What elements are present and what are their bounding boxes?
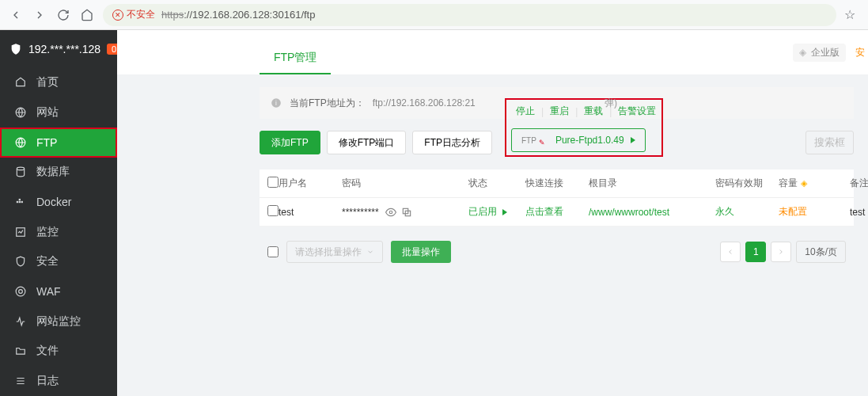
sidebar-item-security[interactable]: 安全 [0,247,117,277]
insecure-badge: ✕ 不安全 [112,8,155,21]
pass-mask: ********** [342,207,379,218]
server-header: 192.***.***.128 0 [0,30,117,68]
trailing-text: 弹) [605,97,617,110]
reload-button[interactable] [55,7,71,23]
globe-icon [14,106,27,119]
cell-status[interactable]: 已启用 [468,205,525,219]
page-size-label: 10条/页 [805,246,837,259]
error-icon: ✕ [112,10,123,21]
pager: 1 10条/页 [720,241,846,263]
cell-quick[interactable]: 点击查看 [525,205,589,219]
diamond-icon: ◈ [799,47,806,58]
sidebar-item-label: WAF [36,285,61,298]
safety-text: 安 [855,46,865,59]
diamond-icon: ◈ [801,178,807,188]
th-root: 根目录 [589,177,715,190]
sidebar-item-label: FTP [36,136,57,149]
toolbar: 添加FTP 修改FTP端口 FTP日志分析 停止 | 重启 | 重载 | 告警设… [260,128,854,157]
info-icon: i [271,97,282,109]
svg-point-8 [16,287,25,296]
folder-icon [14,345,27,357]
restart-link[interactable]: 重启 [550,105,569,118]
page-size-select[interactable]: 10条/页 [796,241,846,263]
play-icon [631,137,635,143]
ftp-table: 用户名 密码 状态 快速连接 根目录 密码有效期 容量 ◈ 备注 test [260,169,854,227]
th-user: 用户名 [279,177,342,190]
url-text: https://192.168.206.128:30161/ftp [161,9,315,21]
footer-checkbox[interactable] [267,246,279,257]
footer-row: 请选择批量操作 批量操作 1 10条/页 [260,241,854,263]
back-button[interactable] [8,7,24,23]
cell-pass: ********** [342,207,468,218]
header-checkbox[interactable] [267,177,279,188]
svg-point-9 [19,290,23,294]
change-port-button[interactable]: 修改FTP端口 [327,131,407,154]
sidebar-item-label: 网站监控 [36,314,81,329]
url-bar[interactable]: ✕ 不安全 https://192.168.206.128:30161/ftp [103,4,836,26]
content-area: i 当前FTP地址为： ftp://192.168.206.128:21 添加F… [117,74,868,263]
database-icon [14,166,27,178]
sidebar-item-monitor[interactable]: 监控 [0,217,117,247]
sidebar-item-label: 日志 [36,374,59,388]
cell-cap[interactable]: 未配置 [779,205,850,219]
row-checkbox[interactable] [267,205,279,216]
pager-prev[interactable] [720,242,741,262]
pager-page[interactable]: 1 [745,242,766,262]
sidebar-item-label: 首页 [36,75,59,89]
th-status: 状态 [468,177,525,190]
shield-icon [9,43,22,55]
wave-icon [14,315,27,328]
stop-link[interactable]: 停止 [516,105,535,118]
edition-pill[interactable]: ◈ 企业版 [793,44,846,62]
tab-ftp-manage[interactable]: FTP管理 [260,43,331,74]
svg-rect-5 [21,201,23,203]
cell-note: test [850,207,868,218]
sidebar-item-files[interactable]: 文件 [0,337,117,367]
sidebar-item-website[interactable]: 网站 [0,97,117,128]
cell-root[interactable]: /www/wwwroot/test [589,207,715,218]
add-ftp-button[interactable]: 添加FTP [260,131,320,154]
forward-button[interactable] [32,7,47,23]
sidebar-item-label: 文件 [36,344,59,358]
cell-expire: 永久 [715,205,779,219]
th-expire: 密码有效期 [715,177,779,190]
main-area: FTP管理 ◈ 企业版 安 i 当前FTP地址为： ftp://192.168.… [117,30,868,396]
sidebar-item-ftp[interactable]: FTP [0,128,117,158]
svg-point-2 [17,168,24,171]
tab-label: FTP管理 [274,51,316,65]
search-input[interactable]: 搜索框 [805,131,854,154]
ftp-url-label: 当前FTP地址为： [290,97,365,110]
bookmark-star-icon[interactable]: ☆ [844,7,860,22]
sidebar-item-label: 数据库 [36,165,70,179]
svg-rect-3 [17,201,18,203]
alarm-settings-link[interactable]: 告警设置 [618,105,656,118]
home-icon [14,76,27,89]
chart-icon [14,226,27,238]
batch-select[interactable]: 请选择批量操作 [286,241,383,263]
sidebar-item-docker[interactable]: Docker [0,187,117,217]
sidebar-item-database[interactable]: 数据库 [0,158,117,188]
th-note: 备注 [850,177,868,190]
chevron-down-icon [366,248,374,256]
version-label: Pure-Ftpd1.0.49 [555,135,624,146]
sidebar-item-home[interactable]: 首页 [0,68,117,98]
sidebar-item-logs[interactable]: 日志 [0,366,117,396]
sidebar-item-site-monitor[interactable]: 网站监控 [0,307,117,337]
reload-link[interactable]: 重载 [584,105,603,118]
server-ip: 192.***.***.128 [28,43,100,55]
version-button[interactable]: FTP ✎ Pure-Ftpd1.0.49 [511,128,646,152]
home-button[interactable] [79,7,95,23]
highlighted-group: 停止 | 重启 | 重载 | 告警设置 FTP ✎ Pure-Ftpd1.0.4… [505,98,663,157]
eye-icon[interactable] [385,207,396,218]
search-placeholder: 搜索框 [814,135,845,150]
pager-next[interactable] [771,242,791,262]
aperture-icon [14,285,27,298]
log-analyze-button[interactable]: FTP日志分析 [412,131,492,154]
sidebar-item-waf[interactable]: WAF [0,276,117,307]
svg-rect-6 [19,199,21,200]
table-header: 用户名 密码 状态 快速连接 根目录 密码有效期 容量 ◈ 备注 [260,169,854,198]
copy-icon[interactable] [401,207,412,218]
pencil-icon: ✎ [539,139,545,147]
batch-button[interactable]: 批量操作 [391,241,451,263]
th-pass: 密码 [342,177,468,190]
